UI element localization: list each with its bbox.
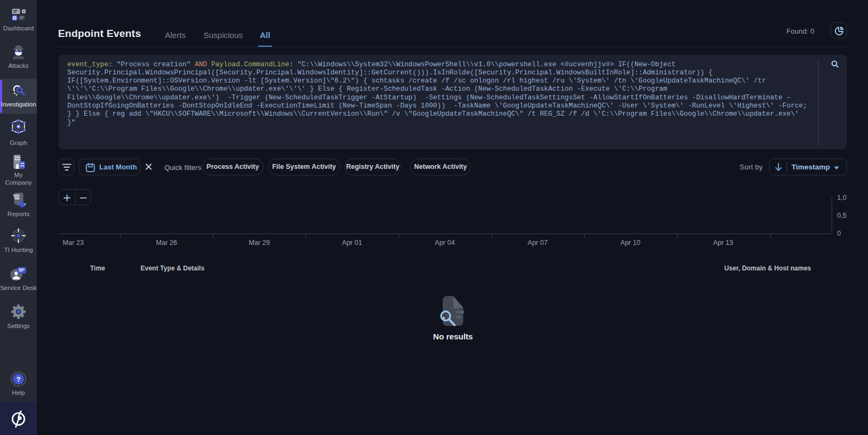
svg-text:?: ?: [16, 375, 21, 383]
